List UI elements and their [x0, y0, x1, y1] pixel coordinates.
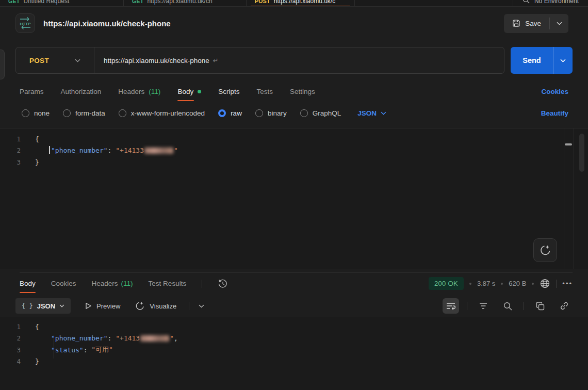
redacted-phone-digits — [144, 148, 173, 154]
status-badge[interactable]: 200 OK — [429, 277, 464, 290]
request-tab-1[interactable]: GET Untitled Request — [0, 0, 124, 7]
postbot-sparkle-icon — [539, 244, 551, 256]
tab-label: https://api.xiaomu.uk/ch — [148, 0, 213, 5]
response-tab-body[interactable]: Body — [20, 273, 36, 295]
separator-dot — [501, 283, 503, 285]
tab-params[interactable]: Params — [20, 81, 44, 102]
filter-icon — [479, 302, 487, 310]
history-clock-icon — [218, 279, 228, 289]
chevron-down-icon — [75, 59, 80, 62]
response-time[interactable]: 3.87 s — [477, 280, 495, 287]
response-history-button[interactable] — [218, 279, 228, 289]
code-token: "+14133 — [116, 147, 144, 154]
copy-icon — [536, 302, 545, 311]
cookies-link[interactable]: Cookies — [541, 88, 568, 95]
code-token: "status" — [51, 346, 84, 354]
tab-body[interactable]: Body — [177, 81, 201, 102]
tab-headers[interactable]: Headers (11) — [118, 81, 160, 102]
radio-circle — [255, 109, 263, 117]
code-token: " — [170, 334, 174, 342]
more-options-icon[interactable]: ••• — [562, 280, 573, 287]
request-body-editor[interactable]: 1{2"phone_number": "+14133"3} — [0, 128, 588, 269]
search-icon — [522, 0, 530, 4]
headers-count: (11) — [149, 88, 160, 95]
copy-response-button[interactable] — [532, 298, 548, 314]
code-line: 3"status": "可用" — [0, 344, 588, 356]
method-selector[interactable] — [75, 59, 80, 62]
search-in-response-button[interactable] — [499, 298, 516, 314]
beautify-link[interactable]: Beautify — [541, 109, 568, 117]
radio-x-www-form-urlencoded[interactable]: x-www-form-urlencoded — [119, 109, 205, 117]
response-editor-actions — [443, 298, 573, 314]
svg-text:HTTP: HTTP — [20, 22, 31, 26]
code-token: "phone_number" — [51, 334, 108, 342]
send-options-button[interactable] — [553, 47, 573, 74]
response-toolbar: { } JSON Preview Visualize — [15, 296, 573, 316]
response-body-editor[interactable]: 1{2"phone_number": "+1413",3"status": "可… — [0, 317, 588, 390]
code-token: , — [174, 334, 178, 342]
code-line: 1{ — [0, 133, 588, 145]
response-tab-cookies[interactable]: Cookies — [51, 273, 76, 295]
radio-graphql[interactable]: GraphQL — [300, 109, 341, 117]
response-format-selector[interactable]: { } JSON — [15, 298, 71, 314]
tab-authorization[interactable]: Authorization — [61, 81, 102, 102]
view-options-button[interactable] — [199, 304, 204, 308]
content-type-selector[interactable]: JSON — [357, 109, 386, 117]
separator-dot — [469, 283, 471, 285]
response-tab-headers[interactable]: Headers (11) — [92, 273, 133, 295]
radio-form-data[interactable]: form-data — [63, 109, 105, 117]
page-scrollbar-handle[interactable] — [579, 134, 584, 172]
save-button[interactable]: Save — [504, 14, 549, 33]
line-number: 3 — [0, 346, 35, 354]
radio-none[interactable]: none — [22, 109, 50, 117]
workspace-tab-bar: GET Untitled Request GET https://api.xia… — [0, 0, 588, 7]
environment-selector[interactable]: No Environment — [513, 0, 588, 6]
http-request-icon: HTTP — [15, 13, 35, 33]
radio-raw[interactable]: raw — [218, 109, 242, 117]
request-title: https://api.xiaomu.uk/check-phone — [43, 19, 171, 28]
preview-button[interactable]: Preview — [85, 302, 120, 310]
response-size[interactable]: 620 B — [509, 280, 526, 287]
line-number: 4 — [0, 358, 35, 365]
environment-label: No Environment — [534, 0, 579, 5]
divider — [94, 47, 94, 73]
sidebar-collapsed-handle[interactable] — [0, 50, 5, 79]
editor-scrollbar-handle[interactable] — [565, 143, 572, 145]
word-wrap-button[interactable] — [443, 298, 459, 314]
visualize-button[interactable]: Visualize — [135, 301, 176, 311]
line-number: 2 — [0, 147, 35, 154]
braces-icon: { } — [22, 302, 33, 310]
save-options-button[interactable] — [550, 14, 568, 33]
code-token: " — [174, 147, 178, 154]
divider — [556, 280, 557, 288]
filter-button[interactable] — [475, 298, 492, 314]
radio-binary[interactable]: binary — [255, 109, 287, 117]
globe-network-icon[interactable] — [540, 278, 550, 289]
line-number: 1 — [0, 135, 35, 143]
postbot-button[interactable] — [533, 238, 557, 262]
tab-tests[interactable]: Tests — [256, 81, 273, 102]
send-button[interactable]: Send — [511, 47, 553, 74]
request-tab-3-active[interactable]: POST https://api.xiaomu.uk/c — [247, 0, 355, 7]
app-window: GET Untitled Request GET https://api.xia… — [0, 0, 588, 390]
method-badge: POST — [255, 0, 270, 4]
separator-dot — [532, 283, 534, 285]
request-tab-2[interactable]: GET https://api.xiaomu.uk/ch — [124, 0, 247, 7]
link-button[interactable] — [556, 298, 573, 314]
code-token: "phone_number" — [51, 147, 108, 154]
method-badge: GET — [8, 0, 20, 4]
code-line: 4} — [0, 356, 588, 368]
save-icon — [512, 19, 520, 27]
save-label: Save — [525, 20, 541, 27]
radio-circle — [22, 109, 29, 117]
response-tab-test-results[interactable]: Test Results — [149, 273, 187, 295]
tab-scripts[interactable]: Scripts — [218, 81, 239, 102]
code-token: : — [84, 346, 92, 354]
tab-settings[interactable]: Settings — [290, 81, 315, 102]
url-input[interactable]: https://api.xiaomu.uk/check-phone — [104, 57, 209, 64]
method-selector-value: POST — [29, 57, 49, 64]
chevron-down-icon — [199, 304, 204, 308]
response-tabs: Body Cookies Headers (11) Test Results 2… — [20, 272, 573, 294]
tab-label: Untitled Request — [24, 0, 70, 5]
request-tabs: Params Authorization Headers (11) Body S… — [20, 81, 568, 102]
